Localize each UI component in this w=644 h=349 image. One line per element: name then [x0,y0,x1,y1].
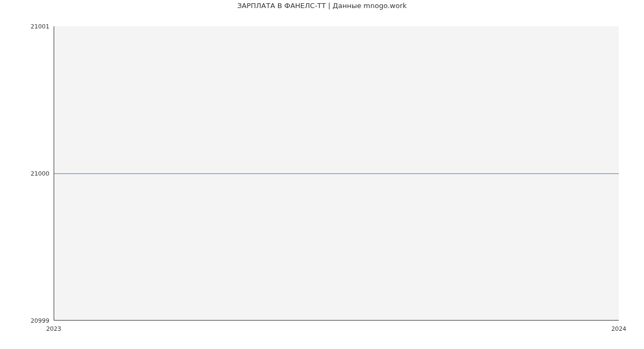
y-tick-label: 21000 [2,170,49,177]
chart: ЗАРПЛАТА В ФАНЕЛС-ТТ | Данные mnogo.work… [0,0,644,349]
y-tick-label: 21001 [2,23,49,30]
chart-title: ЗАРПЛАТА В ФАНЕЛС-ТТ | Данные mnogo.work [0,2,644,10]
line-series [54,173,619,174]
x-tick-label: 2023 [46,325,61,332]
x-tick-label: 2024 [611,325,626,332]
y-tick-label: 20999 [2,317,49,324]
plot-area [54,26,619,321]
